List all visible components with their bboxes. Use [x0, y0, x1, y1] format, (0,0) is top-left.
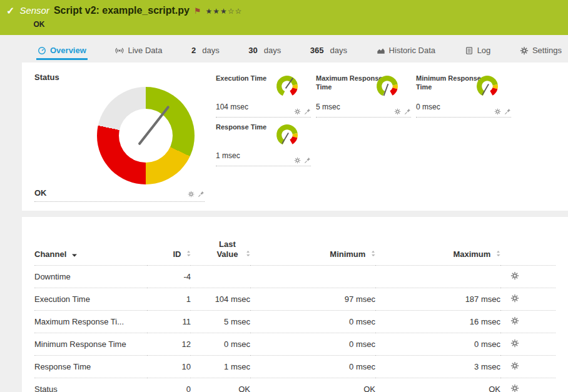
channel-name[interactable]: Downtime — [34, 266, 147, 288]
table-row[interactable]: Response Time 10 1 msec 0 msec 3 msec — [34, 356, 555, 378]
channel-last-value: OK — [191, 378, 250, 392]
gear-icon[interactable] — [294, 108, 301, 115]
overview-panel: Status OK Execution Time 104 msec — [22, 63, 568, 211]
gauge-needle — [384, 84, 388, 96]
gear-icon[interactable] — [294, 157, 301, 164]
channel-minimum: 0 msec — [250, 333, 375, 356]
tab-settings[interactable]: Settings — [519, 43, 563, 60]
channel-last-value: 5 msec — [191, 311, 250, 333]
tab-log[interactable]: Log — [464, 43, 492, 60]
channel-settings-gear-icon[interactable] — [510, 316, 519, 325]
pin-icon[interactable] — [504, 108, 511, 115]
channel-name[interactable]: Execution Time — [34, 288, 147, 311]
sensor-header: ✓ Sensor Script v2: example_script.py ⚑ … — [0, 0, 568, 35]
channel-id: -4 — [147, 266, 191, 288]
channel-name[interactable]: Minimum Response Time — [34, 333, 147, 356]
channel-name[interactable]: Maximum Response Ti... — [34, 311, 147, 333]
mini-gauge — [273, 73, 301, 100]
channel-maximum: OK — [375, 378, 500, 392]
channel-last-value: 1 msec — [191, 356, 250, 378]
channel-maximum — [375, 266, 500, 288]
channel-maximum: 0 msec — [375, 333, 500, 356]
channel-table: Channel ID Last Value Minimum Maximum — [34, 238, 555, 392]
chevron-down-icon — [72, 254, 77, 257]
tab-365-days[interactable]: 365 days — [309, 43, 348, 60]
channel-id: 11 — [147, 311, 191, 333]
channel-minimum: 0 msec — [250, 356, 375, 378]
gear-icon — [520, 46, 529, 55]
log-icon — [465, 46, 474, 55]
status-value: OK — [34, 188, 47, 198]
mini-gauge — [273, 121, 301, 149]
tab-historic-data[interactable]: Historic Data — [375, 43, 437, 60]
gauge-panel-response-time: Response Time 1 msec — [216, 121, 311, 166]
live-data-icon — [115, 46, 124, 55]
tab-overview[interactable]: Overview — [36, 43, 88, 60]
channel-id: 12 — [147, 333, 191, 356]
sensor-title-block: Sensor Script v2: example_script.py ⚑ ★★… — [19, 5, 242, 35]
channel-minimum: 0 msec — [250, 311, 375, 333]
column-header-minimum[interactable]: Minimum — [250, 238, 375, 266]
status-donut-gauge — [97, 87, 195, 184]
column-header-channel[interactable]: Channel — [34, 238, 147, 266]
tab-30-days[interactable]: 30 days — [247, 43, 282, 60]
status-panel-title: Status — [34, 73, 205, 82]
mini-gauge — [474, 73, 501, 100]
channel-maximum: 16 msec — [375, 311, 500, 333]
pin-icon[interactable] — [304, 157, 311, 164]
sort-icon — [496, 250, 500, 257]
channel-settings-gear-icon[interactable] — [510, 271, 519, 280]
table-row[interactable]: Maximum Response Ti... 11 5 msec 0 msec … — [34, 311, 555, 333]
pin-icon[interactable] — [304, 108, 311, 115]
channel-settings-gear-icon[interactable] — [510, 294, 519, 303]
priority-flag-icon[interactable]: ⚑ — [194, 6, 201, 16]
sensor-name[interactable]: Script v2: example_script.py — [54, 5, 190, 16]
gear-icon[interactable] — [188, 191, 195, 198]
channel-maximum: 3 msec — [375, 356, 500, 378]
table-row[interactable]: Downtime -4 — [34, 266, 555, 288]
object-kind-label: Sensor — [19, 5, 49, 16]
table-header-row: Channel ID Last Value Minimum Maximum — [34, 238, 555, 266]
channel-minimum: OK — [250, 378, 375, 392]
channel-id: 1 — [147, 288, 191, 311]
channel-name[interactable]: Status — [34, 378, 147, 392]
column-header-maximum[interactable]: Maximum — [375, 238, 500, 266]
priority-stars[interactable]: ★★★☆☆ — [206, 7, 243, 16]
historic-data-icon — [377, 46, 385, 55]
sort-icon — [371, 250, 375, 257]
pin-icon[interactable] — [404, 108, 411, 115]
channel-table-panel: Channel ID Last Value Minimum Maximum — [22, 217, 568, 392]
column-header-id[interactable]: ID — [147, 238, 191, 266]
pin-icon[interactable] — [198, 191, 205, 198]
channel-last-value — [191, 266, 250, 288]
tab-2-days[interactable]: 2 days — [190, 43, 221, 60]
gear-icon[interactable] — [494, 108, 501, 115]
overview-icon — [38, 46, 46, 55]
column-header-last-value[interactable]: Last Value — [191, 238, 250, 266]
column-header-actions — [500, 238, 555, 266]
tab-live-data[interactable]: Live Data — [114, 43, 163, 60]
sort-icon — [186, 250, 191, 257]
channel-minimum: 97 msec — [250, 288, 375, 311]
gauge-panel-maximum-response-time: Maximum Response Time 5 msec — [316, 73, 411, 118]
gauge-panel-minimum-response-time: Minimum Response Time 0 msec — [416, 73, 511, 118]
sort-icon — [246, 250, 250, 257]
channel-settings-gear-icon[interactable] — [510, 384, 519, 392]
gauge-needle — [482, 84, 489, 94]
status-gauge-panel: Status OK — [34, 73, 205, 202]
gear-icon[interactable] — [394, 108, 401, 115]
channel-name[interactable]: Response Time — [34, 356, 147, 378]
sensor-tab-bar: Overview Live Data 2 days 30 days 365 da… — [0, 35, 568, 60]
table-row[interactable]: Minimum Response Time 12 0 msec 0 msec 0… — [34, 333, 555, 356]
channel-id: 0 — [147, 378, 191, 392]
channel-minimum — [250, 266, 375, 288]
channel-id: 10 — [147, 356, 191, 378]
channel-settings-gear-icon[interactable] — [510, 339, 519, 348]
channel-maximum: 187 msec — [375, 288, 500, 311]
gauge-panel-execution-time: Execution Time 104 msec — [216, 73, 311, 118]
status-check-icon: ✓ — [6, 6, 14, 35]
sensor-status-text: OK — [33, 20, 242, 29]
table-row[interactable]: Execution Time 1 104 msec 97 msec 187 ms… — [34, 288, 555, 311]
table-row[interactable]: Status 0 OK OK OK — [34, 378, 555, 392]
channel-settings-gear-icon[interactable] — [510, 361, 519, 370]
